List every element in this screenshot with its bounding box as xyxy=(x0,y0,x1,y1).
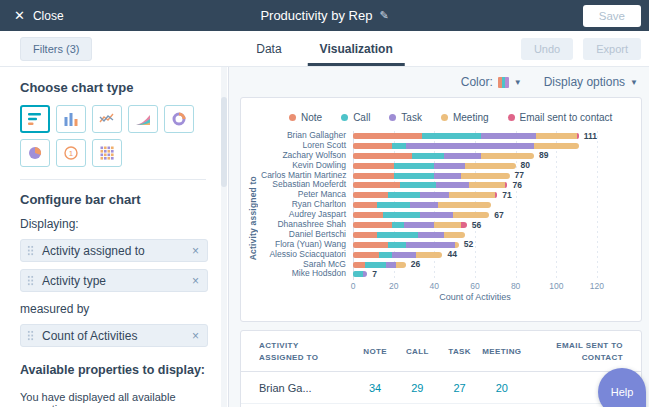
remove-icon[interactable]: × xyxy=(192,244,199,258)
property-pill[interactable]: Count of Activities× xyxy=(20,324,208,347)
bar-segment-task[interactable] xyxy=(406,242,455,248)
bar-segment-call[interactable] xyxy=(379,252,391,258)
bar-segment-note[interactable] xyxy=(353,143,392,149)
table-column-header[interactable]: ACTIVITY ASSIGNED TO xyxy=(259,340,354,363)
bar-segment-note[interactable] xyxy=(353,252,379,258)
undo-button[interactable]: Undo xyxy=(521,38,573,60)
bar-segment-meeting[interactable] xyxy=(536,133,577,139)
remove-icon[interactable]: × xyxy=(192,329,199,343)
bar-segment-email-sent-to-contact[interactable] xyxy=(577,133,579,139)
bar-segment-note[interactable] xyxy=(353,153,412,159)
bar-segment-note[interactable] xyxy=(353,192,388,198)
bar-segment-call[interactable] xyxy=(353,271,363,277)
legend-item[interactable]: Task xyxy=(389,112,422,123)
bar-segment-meeting[interactable] xyxy=(396,262,406,268)
bar-segment-task[interactable] xyxy=(418,232,444,238)
bar-segment-meeting[interactable] xyxy=(469,182,506,188)
bar-segment-task[interactable] xyxy=(406,143,534,149)
display-options-dropdown[interactable]: Display options ▼ xyxy=(544,75,638,89)
legend-item[interactable]: Email sent to contact xyxy=(508,112,613,123)
bar-segment-note[interactable] xyxy=(353,222,392,228)
bar-segment-call[interactable] xyxy=(412,153,445,159)
bar-segment-task[interactable] xyxy=(363,271,367,277)
bar-segment-task[interactable] xyxy=(444,153,481,159)
property-pill[interactable]: Activity type× xyxy=(20,269,208,292)
bar-segment-meeting[interactable] xyxy=(438,202,491,208)
bar-segment-note[interactable] xyxy=(353,173,394,179)
color-dropdown[interactable]: Color: ▼ xyxy=(461,75,522,89)
bar-segment-call[interactable] xyxy=(365,262,385,268)
property-pill[interactable]: Activity assigned to× xyxy=(20,239,208,262)
bar-segment-note[interactable] xyxy=(353,202,377,208)
bar-segment-task[interactable] xyxy=(410,202,438,208)
chart-type-summary[interactable]: 1 xyxy=(56,139,86,167)
bar-segment-call[interactable] xyxy=(392,143,406,149)
bar-segment-call[interactable] xyxy=(388,192,421,198)
bar-segment-note[interactable] xyxy=(353,242,388,248)
bar-segment-meeting[interactable] xyxy=(434,222,460,228)
bar-segment-note[interactable] xyxy=(353,182,400,188)
bar-segment-task[interactable] xyxy=(434,173,460,179)
chart-type-pivot-table[interactable] xyxy=(92,139,122,167)
tab-visualization[interactable]: Visualization xyxy=(306,31,407,66)
close-button[interactable]: ✕ Close xyxy=(14,9,64,23)
table-column-header[interactable]: CALL xyxy=(396,346,438,358)
bar-segment-task[interactable] xyxy=(386,262,396,268)
edit-title-icon[interactable]: ✎ xyxy=(379,9,388,22)
table-column-header[interactable]: EMAIL SENT TO CONTACT xyxy=(523,340,623,363)
bar-segment-call[interactable] xyxy=(383,212,420,218)
bar-segment-call[interactable] xyxy=(422,133,481,139)
chart-type-donut[interactable] xyxy=(164,105,194,133)
bar-segment-call[interactable] xyxy=(394,173,435,179)
drag-handle-icon[interactable] xyxy=(27,275,34,286)
bar-segment-task[interactable] xyxy=(404,222,434,228)
bar-segment-note[interactable] xyxy=(353,163,394,169)
bar-segment-email-sent-to-contact[interactable] xyxy=(505,182,507,188)
bar-segment-call[interactable] xyxy=(400,182,437,188)
bar-segment-call[interactable] xyxy=(392,222,404,228)
tab-data[interactable]: Data xyxy=(242,31,295,66)
bar-segment-call[interactable] xyxy=(377,232,418,238)
chart-type-horizontal-bar[interactable] xyxy=(20,105,50,133)
bar-segment-email-sent-to-contact[interactable] xyxy=(461,222,467,228)
bar-segment-task[interactable] xyxy=(420,212,453,218)
bar-segment-meeting[interactable] xyxy=(416,252,442,258)
bar-segment-call[interactable] xyxy=(394,163,435,169)
bar-segment-meeting[interactable] xyxy=(461,173,510,179)
bar-segment-note[interactable] xyxy=(353,133,422,139)
table-cell-value[interactable]: 29 xyxy=(396,382,438,394)
bar-segment-task[interactable] xyxy=(436,182,469,188)
table-column-header[interactable]: TASK xyxy=(439,346,481,358)
table-cell-value[interactable]: 34 xyxy=(354,382,396,394)
bar-segment-call[interactable] xyxy=(388,242,406,248)
bar-segment-meeting[interactable] xyxy=(449,192,496,198)
table-column-header[interactable]: NOTE xyxy=(354,346,396,358)
sidebar-scrollbar-thumb[interactable] xyxy=(221,97,227,187)
legend-item[interactable]: Call xyxy=(341,112,370,123)
bar-segment-meeting[interactable] xyxy=(453,212,490,218)
bar-segment-task[interactable] xyxy=(481,133,536,139)
bar-segment-call[interactable] xyxy=(377,202,410,208)
bar-segment-meeting[interactable] xyxy=(481,153,534,159)
legend-item[interactable]: Meeting xyxy=(441,112,489,123)
bar-segment-task[interactable] xyxy=(392,252,416,258)
filters-button[interactable]: Filters (3) xyxy=(20,37,92,61)
bar-segment-task[interactable] xyxy=(420,192,448,198)
chart-type-pie[interactable] xyxy=(20,139,50,167)
bar-segment-note[interactable] xyxy=(353,262,365,268)
save-button[interactable]: Save xyxy=(583,5,641,27)
chart-type-vertical-bar[interactable] xyxy=(56,105,86,133)
chart-type-line[interactable] xyxy=(92,105,122,133)
export-button[interactable]: Export xyxy=(583,38,641,60)
bar-segment-meeting[interactable] xyxy=(455,242,459,248)
bar-segment-meeting[interactable] xyxy=(465,163,516,169)
bar-segment-note[interactable] xyxy=(353,212,383,218)
table-cell-value[interactable]: 20 xyxy=(481,382,523,394)
bar-segment-meeting[interactable] xyxy=(444,232,464,238)
bar-segment-note[interactable] xyxy=(353,232,377,238)
bar-segment-task[interactable] xyxy=(434,163,464,169)
table-column-header[interactable]: MEETING xyxy=(481,346,523,358)
bar-segment-email-sent-to-contact[interactable] xyxy=(495,192,497,198)
chart-type-area[interactable] xyxy=(128,105,158,133)
remove-icon[interactable]: × xyxy=(192,274,199,288)
